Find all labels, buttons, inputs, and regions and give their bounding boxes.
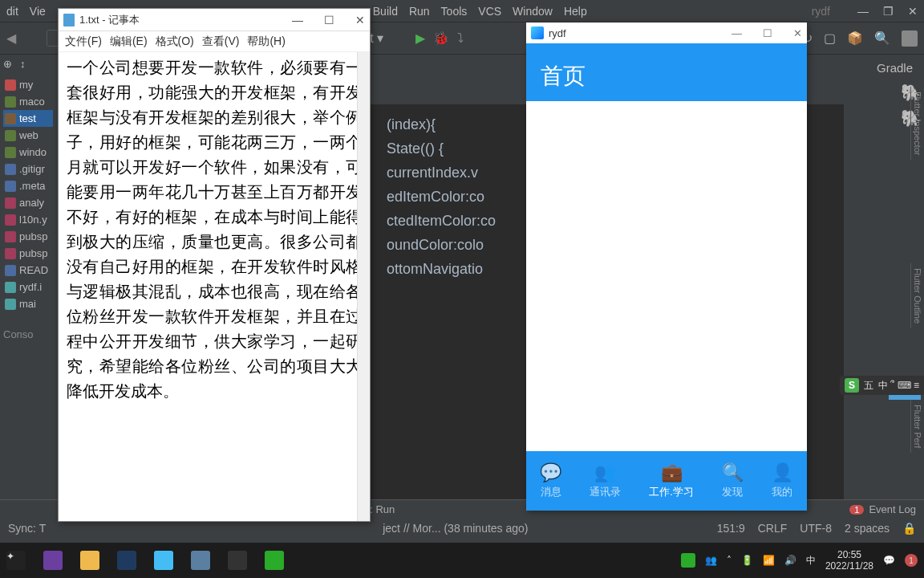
tree-target-icon[interactable]: ⊕ <box>3 58 12 70</box>
vs-icon[interactable] <box>43 551 63 570</box>
menu-help[interactable]: Help <box>564 5 587 18</box>
minimize-icon[interactable]: — <box>857 5 869 18</box>
nav-item[interactable]: 💼工作.学习 <box>649 462 694 499</box>
avd-icon[interactable]: ▢ <box>824 31 836 46</box>
app-icon-7[interactable] <box>228 551 247 570</box>
nav-item[interactable]: 👤我的 <box>772 462 793 499</box>
wechat-icon[interactable] <box>265 551 284 570</box>
git-status[interactable]: ject // Mor... (38 minutes ago) <box>383 522 528 535</box>
search-icon[interactable]: 🔍 <box>874 31 890 46</box>
flutter-perf-tab[interactable]: Flutter Perf <box>910 400 924 453</box>
menu-run[interactable]: Run <box>409 5 430 18</box>
notepad-titlebar[interactable]: 1.txt - 记事本 — ☐ ✕ <box>59 9 370 31</box>
tray-up-icon[interactable]: ˄ <box>727 555 732 566</box>
emulator-titlebar[interactable]: rydf — ☐ ✕ <box>526 22 807 43</box>
cursor-position[interactable]: 151:9 <box>717 522 745 535</box>
notepad-scrollbar[interactable] <box>357 52 370 521</box>
menu-edit[interactable]: dit <box>6 5 18 18</box>
project-tree[interactable]: ⊕ ↕ mymacotestwebwindo.gitigr.metaanalyl… <box>0 55 56 488</box>
close-icon[interactable]: ✕ <box>908 5 918 18</box>
tree-item[interactable]: windo <box>3 144 53 161</box>
flutter-icon[interactable] <box>154 551 173 570</box>
line-ending[interactable]: CRLF <box>758 522 788 535</box>
tree-item-label: .gitigr <box>19 163 45 175</box>
tree-item[interactable]: analy <box>3 194 53 211</box>
tree-item[interactable]: READ <box>3 262 53 279</box>
console-tab[interactable]: Conso <box>3 328 53 340</box>
emu-minimize-icon[interactable]: — <box>732 27 742 39</box>
tree-item[interactable]: .gitigr <box>3 161 53 177</box>
file-icon <box>5 113 16 124</box>
tree-item[interactable]: mai <box>3 295 53 312</box>
tray-battery-icon[interactable]: 🔋 <box>741 555 753 566</box>
notepad-textarea[interactable]: 一个公司想要开发一款软件，必须要有一套很好用，功能强大的开发框架，有开发框架与没… <box>59 52 370 521</box>
tray-notif-icon[interactable]: 💬 <box>883 555 895 566</box>
tree-item[interactable]: pubsp <box>3 228 53 245</box>
tray-wifi-icon[interactable]: 📶 <box>763 555 775 566</box>
tree-item[interactable]: pubsp <box>3 245 53 262</box>
nav-back-icon[interactable]: ◀ <box>6 31 16 46</box>
nav-item[interactable]: 💬消息 <box>540 462 561 499</box>
tree-item-label: pubsp <box>19 230 47 242</box>
indent[interactable]: 2 spaces <box>845 522 890 535</box>
ime-extras[interactable]: 中 ՞ ⌨ ≡ <box>878 379 919 393</box>
menu-vcs[interactable]: VCS <box>478 5 501 18</box>
app-icon-4[interactable] <box>117 551 136 570</box>
run-icon[interactable]: ▶ <box>415 31 425 46</box>
tree-collapse-icon[interactable]: ↕ <box>20 58 26 70</box>
lock-icon[interactable]: 🔒 <box>902 522 916 535</box>
menu-tools[interactable]: Tools <box>441 5 468 18</box>
emu-maximize-icon[interactable]: ☐ <box>763 27 772 39</box>
ime-mode[interactable]: 五 <box>864 379 873 393</box>
tree-item[interactable]: my <box>3 76 53 93</box>
tree-item-label: rydf.i <box>19 281 42 293</box>
clock-date: 2022/11/28 <box>825 560 873 572</box>
nav-icon: 💼 <box>661 462 683 483</box>
ime-tray-icon[interactable] <box>681 553 695 568</box>
attach-icon[interactable]: ⤵ <box>457 31 464 46</box>
notes-icon[interactable] <box>191 551 210 570</box>
file-icon <box>5 79 16 91</box>
cube-icon[interactable]: 📦 <box>847 31 863 46</box>
menu-view[interactable]: Vie <box>30 5 46 18</box>
np-maximize-icon[interactable]: ☐ <box>324 14 334 26</box>
tree-item[interactable]: maco <box>3 93 53 110</box>
event-log-tab[interactable]: Event Log <box>869 503 916 515</box>
tree-item[interactable]: rydf.i <box>3 279 53 295</box>
np-menu-view[interactable]: 查看(V) <box>202 35 240 49</box>
tree-item[interactable]: .meta <box>3 177 53 194</box>
tree-item[interactable]: l10n.y <box>3 211 53 228</box>
nav-item[interactable]: 👥通讯录 <box>590 462 621 499</box>
nav-item[interactable]: 🔍发现 <box>722 462 744 499</box>
tray-badge-icon[interactable]: 1 <box>905 554 918 567</box>
file-icon <box>5 248 16 259</box>
nav-icon: 💬 <box>540 462 561 483</box>
tree-item[interactable]: test <box>3 110 53 127</box>
tray-volume-icon[interactable]: 🔊 <box>784 555 796 566</box>
encoding[interactable]: UTF-8 <box>800 522 832 535</box>
menu-build[interactable]: Build <box>373 5 398 18</box>
tray-lang-icon[interactable]: 中 <box>806 554 816 568</box>
start-icon[interactable]: ✦ <box>6 551 26 570</box>
np-close-icon[interactable]: ✕ <box>355 14 365 26</box>
avatar-icon[interactable] <box>902 31 918 47</box>
debug-icon[interactable]: 🐞 <box>433 31 449 46</box>
np-menu-format[interactable]: 格式(O) <box>156 35 194 49</box>
ime-badge[interactable]: S 五 中 ՞ ⌨ ≡ <box>840 376 924 395</box>
flutter-outline-tab[interactable]: Flutter Outline <box>910 263 924 328</box>
taskbar-clock[interactable]: 20:55 2022/11/28 <box>825 549 873 572</box>
emu-close-icon[interactable]: ✕ <box>793 27 802 39</box>
menu-window[interactable]: Window <box>513 5 553 18</box>
np-minimize-icon[interactable]: — <box>292 14 303 26</box>
right-tool-stripe: Gradle 🐘 🐘 Flutter Inspector Flutter Out… <box>844 55 924 504</box>
np-menu-help[interactable]: 帮助(H) <box>247 35 285 49</box>
flutter-inspector-tab[interactable]: Flutter Inspector <box>910 87 924 160</box>
tree-item[interactable]: web <box>3 127 53 144</box>
app-body[interactable] <box>526 101 807 451</box>
maximize-icon[interactable]: ❐ <box>883 5 894 18</box>
np-menu-edit[interactable]: 编辑(E) <box>110 35 148 49</box>
explorer-icon[interactable] <box>80 551 99 570</box>
tray-people-icon[interactable]: 👥 <box>705 555 717 566</box>
gradle-panel-title[interactable]: Gradle <box>847 61 921 75</box>
np-menu-file[interactable]: 文件(F) <box>65 35 102 49</box>
